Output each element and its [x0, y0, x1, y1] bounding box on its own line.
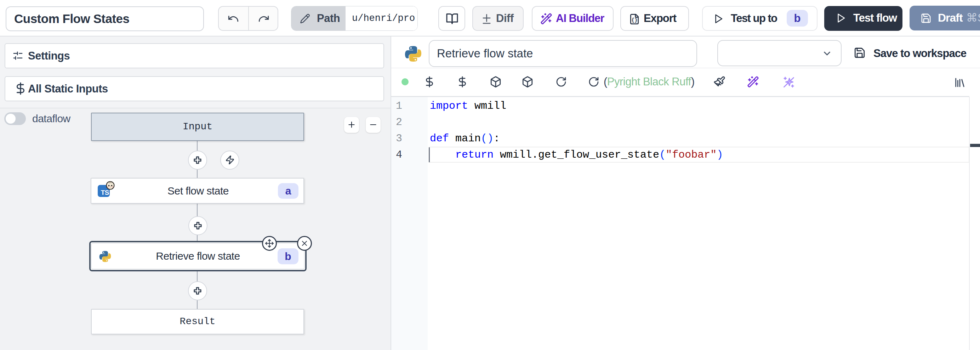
svg-text:{}: {} [632, 18, 638, 23]
